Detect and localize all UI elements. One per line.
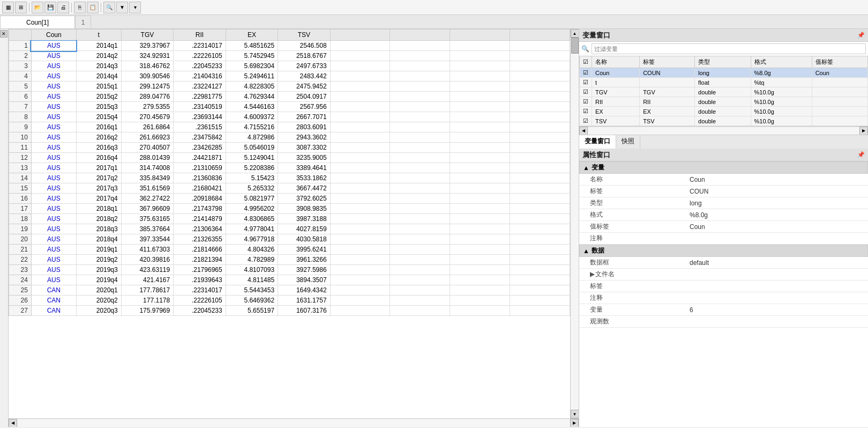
cell-data[interactable]: 2017q3 (76, 183, 121, 194)
cell-coun[interactable]: AUS (31, 183, 76, 194)
cell-data[interactable]: .22314017 (174, 41, 226, 51)
cell-coun[interactable]: CAN (31, 296, 76, 306)
right-hscroll-right[interactable]: ▶ (859, 127, 868, 135)
cell-data[interactable]: .22045233 (174, 61, 226, 71)
cell-data[interactable]: 2014q2 (76, 51, 121, 61)
var-tab-variables[interactable]: 变量窗口 (579, 135, 616, 149)
cell-data[interactable]: 3533.1862 (278, 173, 330, 183)
open-btn[interactable]: 📂 (32, 2, 43, 13)
cell-data[interactable]: 2017q1 (76, 163, 121, 173)
cell-data[interactable]: 5.4851625 (226, 41, 278, 51)
cell-data[interactable]: .21796965 (174, 265, 226, 275)
cell-data[interactable]: 5.655197 (226, 306, 278, 316)
cell-data[interactable]: .23426285 (174, 143, 226, 153)
dropdown-btn[interactable]: ▾ (129, 2, 141, 13)
cell-data[interactable]: 3987.3188 (278, 214, 330, 224)
var-row[interactable]: ☑TSVTSVdouble%10.0g (580, 116, 868, 126)
tab-number[interactable]: 1 (75, 16, 91, 28)
cell-coun[interactable]: AUS (31, 234, 76, 245)
col-tsv[interactable]: TSV (278, 29, 330, 41)
cell-data[interactable]: 1607.3176 (278, 306, 330, 316)
data-table-scroll[interactable]: Coun t TGV RII EX TSV (9, 29, 570, 418)
var-checkbox[interactable]: ☑ (580, 87, 592, 97)
var-checkbox[interactable]: ☑ (580, 116, 592, 126)
cell-data[interactable]: .23475842 (174, 132, 226, 143)
cell-coun[interactable]: AUS (31, 61, 76, 71)
cell-data[interactable]: 329.37967 (121, 41, 173, 51)
cell-coun[interactable]: AUS (31, 255, 76, 265)
cell-data[interactable]: .21326355 (174, 234, 226, 245)
cell-data[interactable]: .21680421 (174, 183, 226, 194)
cell-coun[interactable]: AUS (31, 224, 76, 234)
cell-data[interactable]: 4.804326 (226, 245, 278, 255)
cell-data[interactable]: .21814666 (174, 245, 226, 255)
cell-data[interactable]: 4.9778041 (226, 224, 278, 234)
cell-coun[interactable]: AUS (31, 112, 76, 122)
close-btn[interactable]: ✕ (0, 30, 8, 38)
cell-coun[interactable]: AUS (31, 143, 76, 153)
filter-btn[interactable]: ▼ (116, 2, 128, 13)
col-tgv[interactable]: TGV (121, 29, 173, 41)
cell-data[interactable]: 5.265332 (226, 183, 278, 194)
cell-data[interactable]: 362.27422 (121, 194, 173, 204)
cell-data[interactable]: .22981775 (174, 92, 226, 102)
search-btn[interactable]: 🔍 (103, 2, 115, 13)
cell-data[interactable]: .21821394 (174, 255, 226, 265)
var-row[interactable]: ☑tfloat%tq (580, 78, 868, 87)
cell-data[interactable]: 3995.6241 (278, 245, 330, 255)
cell-data[interactable]: 2497.6733 (278, 61, 330, 71)
pin-icon[interactable]: 📌 (857, 32, 865, 39)
var-col-format[interactable]: 格式 (751, 56, 812, 68)
cell-data[interactable]: .21306364 (174, 224, 226, 234)
cell-data[interactable]: 351.61569 (121, 183, 173, 194)
cell-data[interactable]: 3389.4641 (278, 163, 330, 173)
cell-data[interactable]: 3961.3266 (278, 255, 330, 265)
copy-btn[interactable]: ⎘ (74, 2, 86, 13)
cell-data[interactable]: 3927.5986 (278, 265, 330, 275)
cell-data[interactable]: 3894.3507 (278, 275, 330, 285)
hscroll-right-btn[interactable]: ▶ (570, 419, 579, 427)
cell-data[interactable]: 318.46762 (121, 61, 173, 71)
cell-data[interactable]: 2567.956 (278, 102, 330, 112)
save-btn[interactable]: 💾 (44, 2, 56, 13)
cell-data[interactable]: .21404316 (174, 71, 226, 82)
filter-input[interactable] (592, 43, 866, 54)
cell-data[interactable]: 4.782989 (226, 255, 278, 265)
cell-data[interactable]: 309.90546 (121, 71, 173, 82)
cell-data[interactable]: 261.6864 (121, 122, 173, 132)
right-hscroll-left[interactable]: ◀ (579, 127, 588, 135)
cell-data[interactable]: 4.8228305 (226, 82, 278, 92)
cell-data[interactable]: 2020q1 (76, 285, 121, 296)
cell-data[interactable]: 3908.9835 (278, 204, 330, 214)
var-checkbox[interactable]: ☑ (580, 107, 592, 116)
cell-data[interactable]: 1649.4342 (278, 285, 330, 296)
cell-data[interactable]: 367.96609 (121, 204, 173, 214)
cell-data[interactable]: 3087.3302 (278, 143, 330, 153)
cell-data[interactable]: 4.872986 (226, 132, 278, 143)
cell-data[interactable]: .23693144 (174, 112, 226, 122)
props-section-variables[interactable]: ▲ 变量 (579, 161, 868, 174)
cell-coun[interactable]: AUS (31, 51, 76, 61)
cell-data[interactable]: 5.15423 (226, 173, 278, 183)
cell-data[interactable]: 5.2494611 (226, 71, 278, 82)
grid-btn[interactable]: ▦ (2, 2, 14, 13)
cell-data[interactable]: 2015q2 (76, 92, 121, 102)
cell-coun[interactable]: CAN (31, 285, 76, 296)
grid2-btn[interactable]: ⊞ (15, 2, 27, 13)
col-rii[interactable]: RII (174, 29, 226, 41)
cell-coun[interactable]: AUS (31, 173, 76, 183)
cell-data[interactable]: 4.6009372 (226, 112, 278, 122)
var-row[interactable]: ☑CounCOUNlong%8.0gCoun (580, 68, 868, 78)
cell-data[interactable]: 4.8306865 (226, 214, 278, 224)
var-checkbox[interactable]: ☑ (580, 78, 592, 87)
cell-data[interactable]: 2017q2 (76, 173, 121, 183)
cell-data[interactable]: 2019q4 (76, 275, 121, 285)
cell-data[interactable]: 2943.3602 (278, 132, 330, 143)
cell-data[interactable]: 2017q4 (76, 194, 121, 204)
cell-data[interactable]: 375.63165 (121, 214, 173, 224)
cell-data[interactable]: .20918684 (174, 194, 226, 204)
col-ex[interactable]: EX (226, 29, 278, 41)
var-col-type[interactable]: 类型 (695, 56, 751, 68)
cell-data[interactable]: 2015q3 (76, 102, 121, 112)
cell-coun[interactable]: AUS (31, 153, 76, 163)
